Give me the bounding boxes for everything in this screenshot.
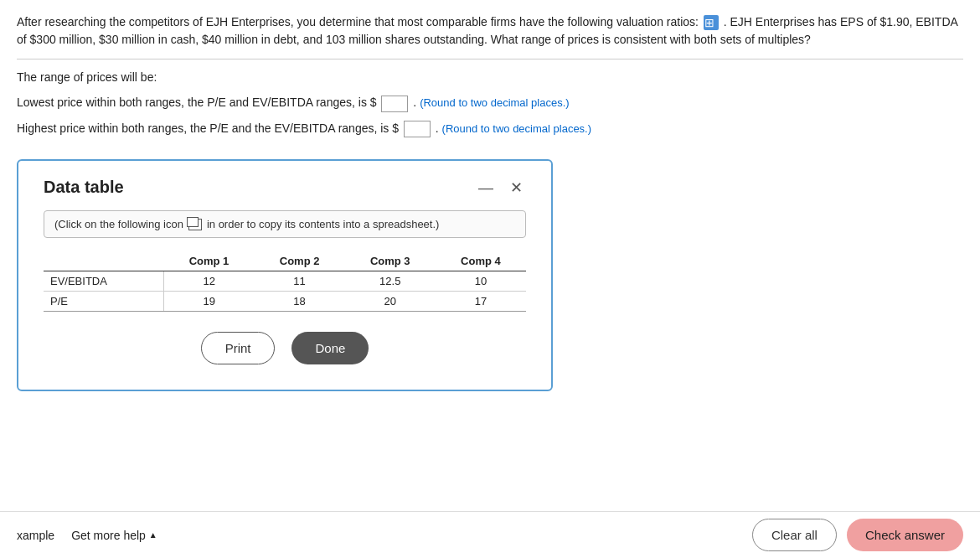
row-label-ev-ebitda: EV/EBITDA	[44, 271, 163, 292]
modal-buttons: Print Done	[44, 332, 526, 364]
ev-ebitda-comp4: 10	[436, 271, 526, 292]
table-header-row: Comp 1 Comp 2 Comp 3 Comp 4	[44, 251, 526, 271]
lowest-label: Lowest price within both ranges, the P/E…	[17, 96, 377, 109]
divider	[17, 59, 963, 59]
pe-comp1: 19	[163, 292, 254, 312]
example-label: xample	[17, 529, 54, 542]
copy-icon[interactable]	[188, 219, 202, 230]
close-button[interactable]: ✕	[507, 178, 526, 197]
price-range-section: The range of prices will be: Lowest pric…	[17, 68, 963, 138]
highest-period: .	[436, 121, 442, 135]
modal-title: Data table	[44, 178, 124, 197]
spreadsheet-hint: (Click on the following icon in order to…	[44, 210, 526, 238]
table-row: EV/EBITDA 12 11 12.5 10	[44, 271, 526, 292]
lowest-price-input[interactable]	[381, 96, 408, 112]
ev-ebitda-comp3: 12.5	[345, 271, 436, 292]
main-content: After researching the competitors of EJH…	[0, 0, 980, 230]
ev-ebitda-comp2: 11	[255, 271, 345, 292]
pe-comp2: 18	[255, 292, 345, 312]
modal-header: Data table — ✕	[44, 178, 526, 197]
get-more-help-button[interactable]: Get more help ▲	[71, 529, 157, 542]
minimize-button[interactable]: —	[473, 178, 498, 197]
range-intro: The range of prices will be:	[17, 68, 963, 86]
modal-controls: — ✕	[473, 178, 526, 197]
pe-comp3: 20	[345, 292, 436, 312]
bottom-right: Clear all Check answer	[752, 519, 963, 551]
get-more-help-text: Get more help	[71, 529, 146, 542]
col-header-comp3: Comp 3	[345, 251, 436, 271]
lowest-hint: (Round to two decimal places.)	[420, 96, 569, 109]
bottom-left: xample Get more help ▲	[17, 529, 157, 542]
row-label-pe: P/E	[44, 292, 163, 312]
bottom-bar: xample Get more help ▲ Clear all Check a…	[0, 511, 980, 558]
ev-ebitda-comp1: 12	[163, 271, 254, 292]
clear-all-button[interactable]: Clear all	[752, 519, 837, 551]
data-table-modal: Data table — ✕ (Click on the following i…	[17, 159, 553, 391]
col-header-0	[44, 251, 163, 271]
highest-label: Highest price within both ranges, the P/…	[17, 121, 399, 135]
spreadsheet-hint-text1: (Click on the following icon	[54, 218, 183, 230]
table-row: P/E 19 18 20 17	[44, 292, 526, 312]
table-icon[interactable]	[704, 15, 719, 30]
col-header-comp4: Comp 4	[436, 251, 526, 271]
print-button[interactable]: Print	[201, 332, 276, 364]
lowest-period: .	[413, 96, 420, 109]
lowest-price-line: Lowest price within both ranges, the P/E…	[17, 93, 963, 112]
highest-price-input[interactable]	[404, 121, 431, 137]
done-button[interactable]: Done	[291, 332, 369, 364]
data-table: Comp 1 Comp 2 Comp 3 Comp 4 EV/EBITDA 12…	[44, 251, 526, 312]
question-part1: After researching the competitors of EJH…	[17, 15, 699, 28]
col-header-comp2: Comp 2	[255, 251, 345, 271]
check-answer-button[interactable]: Check answer	[847, 519, 963, 551]
highest-price-line: Highest price within both ranges, the P/…	[17, 119, 963, 138]
highest-hint: (Round to two decimal places.)	[442, 122, 591, 135]
col-header-comp1: Comp 1	[163, 251, 254, 271]
question-text: After researching the competitors of EJH…	[17, 13, 963, 49]
pe-comp4: 17	[436, 292, 526, 312]
expand-icon: ▲	[149, 530, 157, 540]
spreadsheet-hint-text2: in order to copy its contents into a spr…	[207, 218, 440, 230]
